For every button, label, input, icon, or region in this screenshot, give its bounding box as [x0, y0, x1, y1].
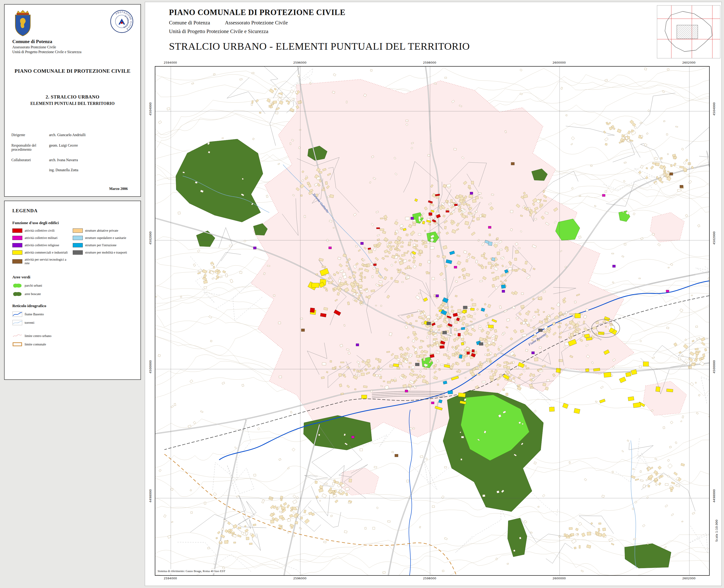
- legend-item: strutture per mobilità e trasporti: [73, 250, 133, 255]
- legend-item: strutture ospedaliere e sanitarie: [73, 236, 133, 240]
- role-row: Responsabile del procedimento geom. Luig…: [12, 143, 133, 152]
- legend-item: attività collettive religiose: [12, 243, 69, 247]
- stream-line-icon: [12, 320, 22, 326]
- legend-item: aree boscate: [12, 291, 133, 297]
- map-frame: Fiume BasentoTorrente Gallitello: [155, 66, 710, 576]
- wood-blob-icon: [12, 291, 22, 297]
- org-dept: Assessorato Protezione Civile: [12, 45, 133, 49]
- legend-item: limite centro urbano: [12, 333, 133, 339]
- grid-coordinate: 2596000: [293, 61, 307, 64]
- legend-swatch: [12, 259, 22, 264]
- legend-swatch: [12, 250, 22, 255]
- org-unit: Unità di Progetto Protezione Civile e Si…: [12, 50, 133, 54]
- title-block: PROTEZIONE CIVILE NAZIONALE Comune di Po…: [4, 4, 141, 197]
- map-sheet: PIANO COMUNALE DI PROTEZIONE CIVILE Comu…: [145, 2, 722, 586]
- legend-swatch: [12, 228, 22, 233]
- header-subtitle: Comune di PotenzaAssessorato Protezione …: [169, 20, 470, 26]
- legend-swatch: [12, 243, 22, 247]
- scale-label: Scala 1:10.000: [715, 520, 718, 542]
- main-title: PIANO COMUNALE DI PROTEZIONE CIVILE: [169, 8, 470, 17]
- map-title: STRALCIO URBANO - ELEMENTI PUNTUALI DEL …: [169, 40, 470, 52]
- grid-coordinate: 2598000: [423, 576, 436, 580]
- urban-limit-icon: [12, 333, 22, 339]
- grid-coordinate: 2602000: [682, 576, 696, 580]
- legend-item: torrenti: [12, 320, 133, 326]
- legend-heading-green: Aree verdi: [12, 275, 133, 279]
- reference-note: Sistema di riferimento: Gauss Boaga, Rom…: [157, 569, 226, 573]
- legend-swatch: [73, 250, 83, 255]
- overview-inset-map: [657, 5, 720, 58]
- sheet-header: PIANO COMUNALE DI PROTEZIONE CIVILE Comu…: [169, 8, 470, 52]
- legend-item: limite comunale: [12, 341, 133, 347]
- grid-coordinate: 4502000: [149, 231, 152, 245]
- legend-item: attività collettive civili: [12, 228, 69, 233]
- org-name: Comune di Potenza: [12, 39, 133, 44]
- park-blob-icon: [12, 283, 22, 288]
- role-row: Dirigente arch. Giancarlo Andriulli: [12, 133, 133, 137]
- grid-coordinate: 4500000: [712, 360, 716, 374]
- page: PROTEZIONE CIVILE NAZIONALE Comune di Po…: [0, 0, 724, 588]
- legend-swatch: [12, 236, 22, 240]
- plan-title: PIANO COMUNALE DI PROTEZIONE CIVILE: [4, 68, 141, 74]
- legend-item: attività per servizi tecnologici a rete: [12, 258, 69, 265]
- legend-heading-buildings: Funzione d'uso degli edifici: [12, 220, 133, 225]
- river-line-icon: [12, 311, 22, 317]
- roles-table: Dirigente arch. Giancarlo Andriulli Resp…: [4, 133, 141, 172]
- grid-coordinate: 2598000: [423, 61, 436, 64]
- legend-swatch: [73, 228, 83, 233]
- legend-title: LEGENDA: [12, 208, 133, 214]
- date: Marzo 2006: [109, 187, 128, 191]
- grid-coordinate: 2594000: [164, 61, 177, 64]
- sheet-number: 2. STRALCIO URBANO: [4, 94, 141, 100]
- sheet-subtitle: ELEMENTI PUNTUALI DEL TERRITORIO: [4, 101, 141, 106]
- grid-coordinate: 4498000: [712, 489, 716, 503]
- legend-item: strutture abitative private: [73, 228, 133, 233]
- legend: LEGENDA Funzione d'uso degli edifici att…: [4, 201, 141, 380]
- header-unit: Unità di Progetto Protezione Civile e Si…: [169, 28, 470, 35]
- inset-map-graphic: [657, 5, 720, 58]
- legend-swatch: [73, 236, 83, 240]
- grid-coordinate: 4500000: [149, 360, 152, 374]
- grid-coordinate: 4504000: [149, 102, 152, 115]
- building-use-grid: attività collettive civili attività coll…: [12, 228, 133, 268]
- city-map: Fiume BasentoTorrente Gallitello: [155, 67, 709, 575]
- grid-coordinate: 2594000: [164, 576, 177, 580]
- sheet-title: 2. STRALCIO URBANO ELEMENTI PUNTUALI DEL…: [4, 94, 141, 106]
- grid-coordinate: 2596000: [293, 576, 307, 580]
- grid-coordinate: 2600000: [553, 61, 566, 64]
- logos-row: PROTEZIONE CIVILE NAZIONALE: [4, 4, 141, 37]
- legend-item: fiume Basento: [12, 311, 133, 317]
- legend-heading-hydro: Reticolo idrografico: [12, 303, 133, 308]
- legend-item: attività collettive militari: [12, 236, 69, 240]
- grid-coordinate: 2600000: [553, 576, 566, 580]
- legend-swatch: [73, 243, 83, 247]
- grid-coordinate: 4504000: [712, 102, 716, 115]
- legend-item: strutture per l'istruzione: [73, 243, 133, 247]
- comune-coat-of-arms-icon: [12, 9, 33, 37]
- municipal-limit-icon: [12, 341, 22, 347]
- grid-coordinate: 2602000: [682, 61, 696, 64]
- role-row: Collaboratori arch. Ivana Navarra ing. D…: [12, 158, 133, 172]
- legend-item: attività commerciali e industriali: [12, 250, 69, 255]
- grid-coordinate: 4502000: [712, 231, 716, 245]
- protezione-civile-logo-icon: PROTEZIONE CIVILE NAZIONALE: [110, 9, 133, 33]
- legend-item: parchi urbani: [12, 283, 133, 288]
- grid-coordinate: 4498000: [149, 489, 152, 503]
